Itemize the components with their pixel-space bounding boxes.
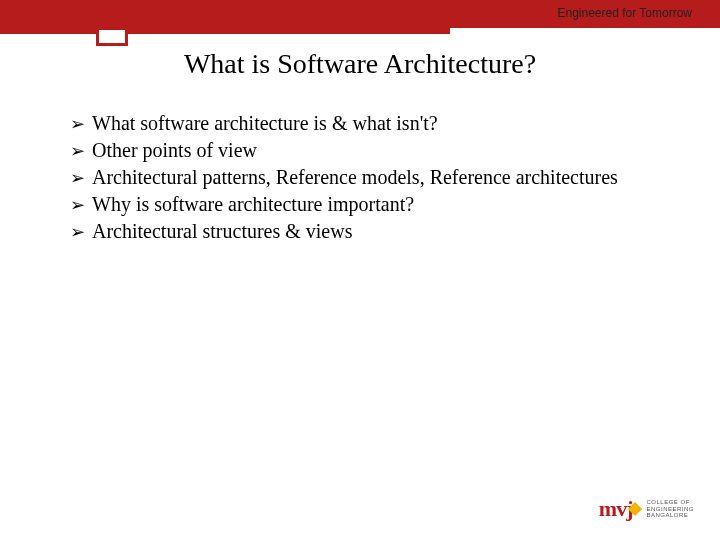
logo-line3: BANGALORE	[646, 512, 688, 518]
bullet-list: ➢ What software architecture is & what i…	[70, 110, 670, 245]
logo-subtext: COLLEGE OF ENGINEERING BANGALORE	[646, 499, 694, 519]
list-item: ➢ Architectural patterns, Reference mode…	[70, 164, 670, 191]
logo-line2: ENGINEERING	[646, 506, 694, 512]
list-item: ➢ What software architecture is & what i…	[70, 110, 670, 137]
bullet-text: Other points of view	[92, 137, 257, 164]
bullet-text: Why is software architecture important?	[92, 191, 414, 218]
logo-line1: COLLEGE OF	[646, 499, 689, 505]
bullet-text: Architectural structures & views	[92, 218, 352, 245]
bullet-arrow-icon: ➢	[70, 137, 92, 163]
bullet-text: What software architecture is & what isn…	[92, 110, 438, 137]
bullet-arrow-icon: ➢	[70, 218, 92, 244]
bullet-arrow-icon: ➢	[70, 110, 92, 136]
list-item: ➢ Architectural structures & views	[70, 218, 670, 245]
bullet-text: Architectural patterns, Reference models…	[92, 164, 618, 191]
list-item: ➢ Why is software architecture important…	[70, 191, 670, 218]
logo-mark: mvj	[599, 496, 643, 522]
notch-inner	[99, 30, 125, 43]
accent-bar	[0, 28, 450, 34]
bullet-arrow-icon: ➢	[70, 191, 92, 217]
footer-logo: mvj COLLEGE OF ENGINEERING BANGALORE	[599, 496, 694, 522]
bullet-arrow-icon: ➢	[70, 164, 92, 190]
slide-title: What is Software Architecture?	[0, 48, 720, 80]
header-tagline: Engineered for Tomorrow	[557, 6, 692, 20]
list-item: ➢ Other points of view	[70, 137, 670, 164]
